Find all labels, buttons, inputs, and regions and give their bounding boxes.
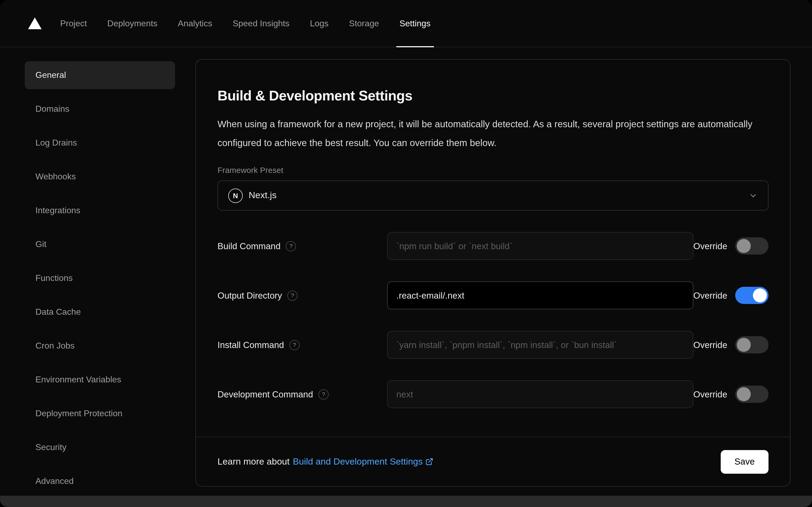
build-command-override: Override: [693, 237, 769, 255]
save-button[interactable]: Save: [720, 450, 768, 473]
development-command-override: Override: [693, 386, 769, 403]
build-command-label-text: Build Command: [218, 241, 281, 251]
sidebar-item-security[interactable]: Security: [25, 434, 175, 461]
nextjs-logo-icon: N: [228, 188, 243, 203]
output-directory-row: Output Directory ? Override: [218, 281, 769, 309]
card-description: When using a framework for a new project…: [218, 115, 769, 153]
help-icon[interactable]: ?: [318, 389, 329, 399]
settings-content: General Domains Log Drains Webhooks Inte…: [0, 47, 812, 501]
sidebar-item-git[interactable]: Git: [25, 230, 175, 258]
install-command-override: Override: [693, 336, 769, 353]
sidebar-item-general[interactable]: General: [25, 61, 175, 89]
sidebar-item-advanced[interactable]: Advanced: [25, 467, 175, 495]
page-title: Build & Development Settings: [218, 88, 769, 104]
help-icon[interactable]: ?: [289, 340, 300, 350]
build-command-label: Build Command ?: [218, 241, 387, 251]
sidebar-item-environment-variables[interactable]: Environment Variables: [25, 366, 175, 394]
toggle-knob: [737, 338, 751, 352]
nav-tab-analytics[interactable]: Analytics: [178, 0, 212, 47]
install-command-input: [387, 331, 693, 359]
nav-tab-deployments[interactable]: Deployments: [107, 0, 158, 47]
output-directory-override: Override: [693, 287, 769, 304]
toggle-knob: [737, 387, 751, 401]
help-icon[interactable]: ?: [286, 241, 296, 251]
nav-tab-logs[interactable]: Logs: [310, 0, 329, 47]
sidebar-item-domains[interactable]: Domains: [25, 95, 175, 123]
nav-tab-speed-insights[interactable]: Speed Insights: [233, 0, 289, 47]
output-directory-input[interactable]: [387, 281, 693, 309]
install-command-override-toggle[interactable]: [736, 336, 769, 353]
toggle-knob: [753, 288, 767, 302]
development-command-row: Development Command ? Override: [218, 380, 769, 408]
sidebar-item-cron-jobs[interactable]: Cron Jobs: [25, 332, 175, 360]
command-rows: Build Command ? Override: [218, 232, 769, 408]
external-link-icon: [425, 458, 433, 466]
install-command-row: Install Command ? Override: [218, 331, 769, 359]
build-settings-docs-link[interactable]: Build and Development Settings: [293, 456, 433, 467]
learn-more-prefix: Learn more about: [218, 456, 289, 467]
vercel-logo-icon[interactable]: [28, 17, 42, 30]
sidebar-item-integrations[interactable]: Integrations: [25, 196, 175, 225]
output-directory-override-toggle[interactable]: [736, 287, 769, 304]
chevron-down-icon: [749, 191, 758, 200]
settings-sidebar: General Domains Log Drains Webhooks Inte…: [0, 59, 175, 501]
output-directory-label: Output Directory ?: [218, 290, 387, 300]
window-bottom-bar: [0, 496, 812, 507]
framework-preset-select[interactable]: N Next.js: [218, 180, 769, 211]
help-icon[interactable]: ?: [287, 290, 297, 300]
development-command-label-text: Development Command: [218, 389, 313, 399]
toggle-knob: [737, 239, 751, 253]
build-command-input: [387, 232, 693, 260]
docs-link-label: Build and Development Settings: [293, 456, 423, 467]
nav-tab-storage[interactable]: Storage: [349, 0, 379, 47]
framework-preset-value: Next.js: [249, 190, 277, 201]
vercel-settings-window: Project Deployments Analytics Speed Insi…: [0, 0, 812, 507]
development-command-override-toggle[interactable]: [736, 386, 769, 403]
install-command-label: Install Command ?: [218, 340, 387, 350]
output-directory-label-text: Output Directory: [218, 290, 282, 300]
sidebar-item-functions[interactable]: Functions: [25, 264, 175, 292]
learn-more-text: Learn more about Build and Development S…: [218, 456, 433, 467]
install-command-label-text: Install Command: [218, 340, 284, 350]
framework-preset-label: Framework Preset: [218, 165, 769, 175]
build-settings-card: Build & Development Settings When using …: [195, 59, 791, 487]
nav-tab-settings[interactable]: Settings: [400, 0, 431, 47]
sidebar-item-webhooks[interactable]: Webhooks: [25, 163, 175, 191]
override-label: Override: [693, 389, 728, 399]
card-main: Build & Development Settings When using …: [196, 60, 790, 437]
nav-items: Project Deployments Analytics Speed Insi…: [60, 0, 430, 47]
top-nav: Project Deployments Analytics Speed Insi…: [0, 0, 812, 47]
nav-tab-project[interactable]: Project: [60, 0, 87, 47]
sidebar-item-log-drains[interactable]: Log Drains: [25, 129, 175, 157]
sidebar-item-data-cache[interactable]: Data Cache: [25, 298, 175, 326]
override-label: Override: [693, 290, 728, 300]
build-command-row: Build Command ? Override: [218, 232, 769, 260]
card-footer: Learn more about Build and Development S…: [196, 437, 790, 486]
override-label: Override: [693, 340, 728, 350]
build-command-override-toggle[interactable]: [736, 237, 769, 255]
development-command-input: [387, 380, 693, 408]
sidebar-item-deployment-protection[interactable]: Deployment Protection: [25, 400, 175, 428]
override-label: Override: [693, 241, 728, 251]
development-command-label: Development Command ?: [218, 389, 387, 399]
